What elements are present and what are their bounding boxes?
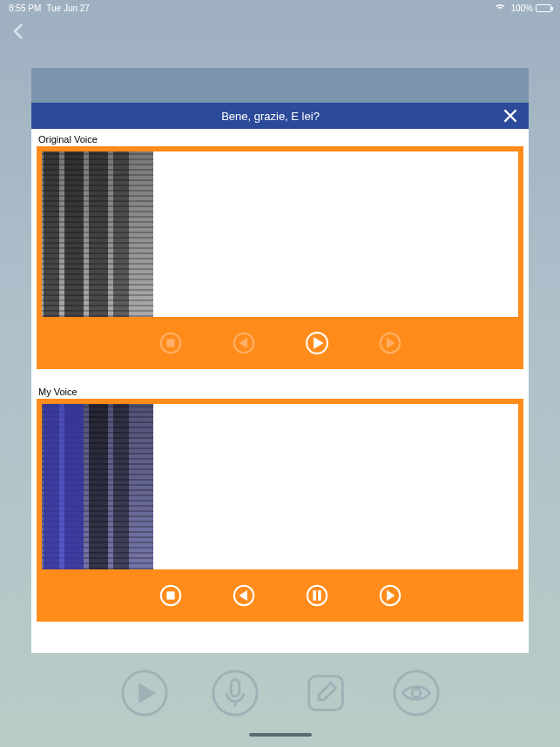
my-voice-label: My Voice [31,381,529,399]
original-spectrogram[interactable] [42,151,518,317]
original-play-button[interactable] [305,331,329,355]
original-previous-button[interactable] [232,331,256,355]
svg-point-26 [412,689,421,697]
svg-rect-22 [231,680,240,697]
modal-header: Bene, grazie, E lei? [31,103,529,129]
original-stop-button[interactable] [159,331,183,355]
my-stop-button[interactable] [159,583,183,608]
toolbar-view-button[interactable] [391,668,442,718]
my-previous-button[interactable] [232,583,256,608]
my-spectrogram[interactable] [42,404,518,569]
svg-rect-16 [318,590,320,600]
status-date: Tue Jun 27 [46,3,90,13]
svg-point-14 [307,586,326,605]
status-bar: 8:55 PM Tue Jun 27 100% [0,0,560,16]
svg-marker-7 [314,338,323,349]
back-button[interactable] [9,21,30,42]
svg-rect-3 [166,340,173,347]
my-voice-panel [37,399,523,622]
svg-rect-11 [166,592,173,599]
svg-point-21 [213,671,256,715]
original-voice-panel [37,146,523,369]
my-controls [42,569,518,622]
home-indicator[interactable] [249,733,312,737]
original-controls [42,317,518,369]
svg-rect-15 [313,590,315,600]
toolbar-play-button[interactable] [119,668,170,718]
original-voice-label: Original Voice [31,129,529,146]
toolbar-record-button[interactable] [210,668,260,718]
bottom-toolbar [0,662,560,724]
battery-indicator: 100% [510,3,551,13]
modal-title: Bene, grazie, E lei? [40,110,501,123]
svg-rect-24 [308,676,342,710]
my-next-button[interactable] [378,583,402,608]
close-button[interactable] [501,106,520,125]
original-next-button[interactable] [378,331,402,355]
my-pause-button[interactable] [305,583,329,608]
toolbar-edit-button[interactable] [300,668,351,718]
svg-marker-13 [240,590,246,600]
svg-point-25 [394,671,437,715]
svg-marker-18 [387,590,394,600]
battery-percent: 100% [510,3,533,13]
svg-marker-20 [138,683,156,703]
app-screen: 8:55 PM Tue Jun 27 100% Bene, grazie, E … [0,0,560,747]
svg-marker-5 [240,338,246,347]
voice-compare-modal: Bene, grazie, E lei? Original Voice [31,103,529,653]
status-time: 8:55 PM [9,3,41,13]
wifi-icon [495,3,505,13]
svg-marker-9 [387,338,394,347]
